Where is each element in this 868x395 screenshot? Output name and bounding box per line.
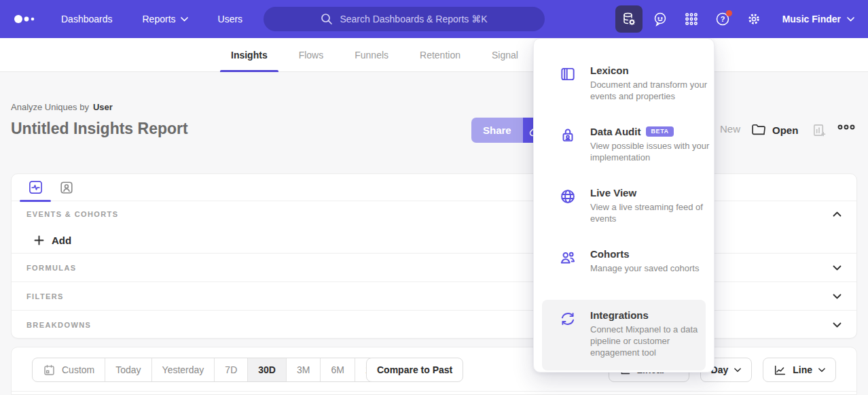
nav-right-cluster: ? Music Finder [615, 0, 858, 38]
chart-plus-icon [812, 123, 827, 137]
tab-retention[interactable]: Retention [409, 38, 471, 72]
share-button[interactable]: Share [471, 118, 523, 143]
new-report-button[interactable]: New [720, 123, 740, 135]
feedback-smiley-icon [652, 11, 668, 27]
more-options-button[interactable] [837, 123, 856, 131]
chevron-down-icon [181, 17, 188, 22]
apps-grid-icon [684, 12, 699, 27]
search-placeholder: Search Dashboards & Reports ⌘K [340, 14, 487, 24]
analyze-entity[interactable]: User [93, 102, 113, 112]
chevron-down-icon [818, 368, 825, 373]
lexicon-book-icon [559, 65, 577, 83]
pulse-chart-icon [28, 179, 43, 195]
range-6m[interactable]: 6M [320, 358, 354, 381]
menu-item-cohorts[interactable]: Cohorts Manage your saved cohorts [542, 239, 706, 300]
search-icon [321, 13, 333, 25]
line-chart-icon [774, 364, 786, 376]
report-title[interactable]: Untitled Insights Report [11, 120, 188, 138]
menu-item-data-audit[interactable]: Data Audit BETA View possible issues wit… [542, 116, 706, 177]
date-range-segmented-control: Custom Today Yesterday 7D 30D 3M 6M 12M [32, 358, 395, 382]
mixpanel-logo-icon[interactable] [14, 14, 37, 24]
top-navigation-bar: Dashboards Reports Users Search Dashboar… [0, 0, 868, 38]
breakdowns-label: BREAKDOWNS [26, 321, 91, 329]
settings-button[interactable] [740, 5, 767, 33]
plus-icon [34, 235, 44, 245]
compare-to-past-button[interactable]: Compare to Past [366, 358, 463, 382]
range-today[interactable]: Today [105, 358, 151, 381]
tab-insights[interactable]: Insights [220, 38, 278, 72]
project-name: Music Finder [782, 14, 841, 24]
folder-icon [751, 123, 766, 137]
chevron-down-icon [734, 368, 741, 373]
tab-metrics-view[interactable] [20, 174, 51, 201]
menu-item-integrations[interactable]: Integrations Connect Mixpanel to a data … [542, 300, 706, 371]
events-cohorts-section-header[interactable]: EVENTS & COHORTS [12, 201, 856, 227]
chevron-up-icon[interactable] [833, 211, 842, 217]
chevron-down-icon[interactable] [833, 294, 842, 299]
data-management-dropdown-menu: Lexicon Document and transform your even… [533, 38, 715, 373]
chevron-down-icon[interactable] [833, 265, 842, 271]
tab-flows[interactable]: Flows [288, 38, 335, 72]
svg-text:?: ? [720, 15, 725, 23]
formulas-section-header[interactable]: FORMULAS [12, 254, 856, 282]
beta-badge: BETA [646, 126, 673, 137]
analyze-subtitle: Analyze Uniques byUser [11, 102, 113, 112]
query-builder-panel: EVENTS & COHORTS Add FORMULAS FILTERS BR… [11, 173, 857, 339]
tab-signal[interactable]: Signal [481, 38, 529, 72]
gear-icon [746, 11, 762, 27]
tab-funnels[interactable]: Funnels [344, 38, 399, 72]
chart-toolbar-panel: Custom Today Yesterday 7D 30D 3M 6M 12M … [11, 347, 857, 395]
project-selector[interactable]: Music Finder [782, 14, 854, 24]
integrations-sync-icon [559, 310, 577, 328]
database-gear-icon [621, 12, 636, 27]
help-button[interactable]: ? [709, 5, 736, 33]
feedback-button[interactable] [647, 5, 674, 33]
formulas-label: FORMULAS [26, 264, 77, 272]
menu-item-lexicon[interactable]: Lexicon Document and transform your even… [542, 55, 706, 116]
chevron-down-icon [847, 17, 854, 22]
nav-link-reports[interactable]: Reports [143, 14, 188, 24]
add-event-button[interactable]: Add [12, 227, 856, 254]
nav-link-dashboards[interactable]: Dashboards [61, 14, 113, 24]
chevron-down-icon[interactable] [833, 322, 842, 328]
nav-links: Dashboards Reports Users [61, 14, 242, 24]
report-tabbar: Insights Flows Funnels Retention Signal … [0, 38, 868, 72]
range-30d[interactable]: 30D [247, 358, 286, 381]
menu-item-live-view[interactable]: Live View View a live streaming feed of … [542, 177, 706, 239]
filters-label: FILTERS [26, 292, 64, 300]
person-card-icon [59, 180, 74, 195]
range-custom[interactable]: Custom [33, 358, 105, 381]
filters-section-header[interactable]: FILTERS [12, 282, 856, 311]
cohorts-people-icon [559, 249, 577, 267]
apps-grid-button[interactable] [678, 5, 705, 33]
ellipsis-icon [837, 123, 856, 131]
open-report-button[interactable]: Open [751, 123, 798, 137]
calendar-icon [43, 364, 56, 377]
tab-profiles-view[interactable] [51, 174, 82, 201]
chart-type-dropdown[interactable]: Line [763, 358, 836, 382]
data-management-button[interactable] [615, 5, 643, 33]
data-audit-lock-icon [559, 126, 577, 144]
builder-icon-tabs [12, 174, 856, 201]
global-search-input[interactable]: Search Dashboards & Reports ⌘K [264, 7, 545, 31]
range-7d[interactable]: 7D [214, 358, 247, 381]
breakdowns-section-header[interactable]: BREAKDOWNS [12, 311, 856, 339]
add-to-dashboard-button[interactable] [812, 123, 827, 137]
range-yesterday[interactable]: Yesterday [151, 358, 215, 381]
notification-dot [726, 10, 732, 16]
nav-link-users[interactable]: Users [218, 14, 243, 24]
events-cohorts-label: EVENTS & COHORTS [26, 210, 118, 218]
toolbar-row: Custom Today Yesterday 7D 30D 3M 6M 12M … [12, 347, 856, 392]
range-3m[interactable]: 3M [286, 358, 320, 381]
live-view-globe-icon [559, 188, 577, 205]
